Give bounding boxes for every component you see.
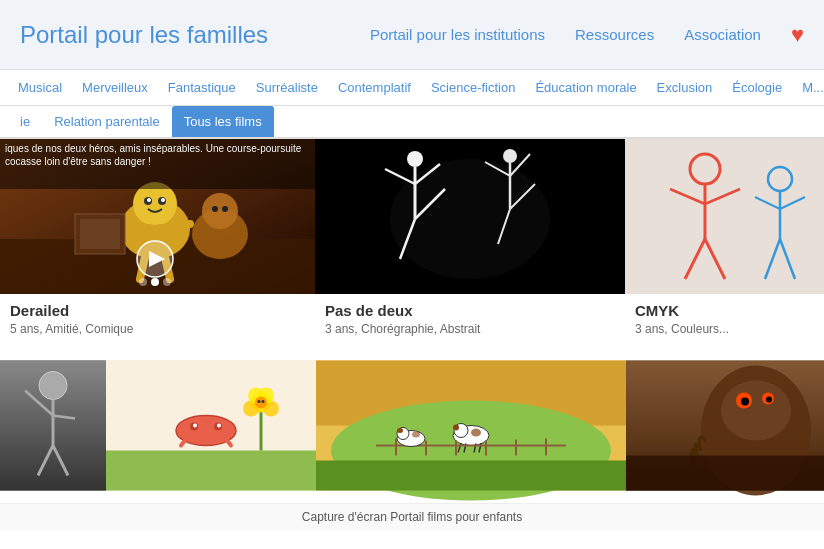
film-card-cmyk[interactable]: CMYK 3 ans, Couleurs...: [625, 139, 824, 348]
heart-icon[interactable]: ♥: [791, 22, 804, 48]
svg-rect-62: [106, 451, 316, 491]
svg-rect-39: [625, 139, 824, 294]
films-top-row: iques de nos deux héros, amis inséparabl…: [0, 139, 824, 348]
header-nav: Portail pour les institutions Ressources…: [308, 22, 804, 48]
svg-rect-82: [316, 461, 626, 491]
svg-point-16: [222, 206, 228, 212]
film-title-cmyk: CMYK: [635, 302, 814, 319]
film-thumb-5: [106, 348, 316, 503]
film-title-pasdedeux: Pas de deux: [325, 302, 615, 319]
cat-merveilleux[interactable]: Merveilleux: [72, 70, 158, 105]
svg-point-54: [39, 372, 67, 400]
film-thumb-derailed: iques de nos deux héros, amis inséparabl…: [0, 139, 315, 294]
subcat-relation[interactable]: Relation parentale: [42, 106, 172, 137]
screenshot-label: Capture d'écran Portail films pour enfan…: [0, 503, 824, 530]
film-card-5[interactable]: [106, 348, 316, 503]
svg-point-14: [202, 193, 238, 229]
film-info-cmyk: CMYK 3 ans, Couleurs...: [625, 294, 824, 348]
film-card-7[interactable]: [626, 348, 824, 503]
film-meta-pasdedeux: 3 ans, Chorégraphie, Abstrait: [325, 322, 615, 336]
svg-point-77: [258, 400, 261, 403]
film-card-derailed[interactable]: iques de nos deux héros, amis inséparabl…: [0, 139, 315, 348]
svg-point-7: [147, 198, 151, 202]
svg-point-90: [471, 429, 481, 437]
film-thumb-pasdedeux: [315, 139, 625, 294]
svg-point-15: [212, 206, 218, 212]
film-thumb-cmyk: [625, 139, 824, 294]
svg-point-8: [161, 198, 165, 202]
nav-ressources[interactable]: Ressources: [575, 26, 654, 43]
film-thumb-7: [626, 348, 824, 503]
films-bottom-row: [0, 348, 824, 503]
svg-line-10: [155, 224, 190, 229]
header: Portail pour les familles Portail pour l…: [0, 0, 824, 70]
film-card-4[interactable]: [0, 348, 106, 503]
sub-nav: ie Relation parentale Tous les films: [0, 106, 824, 139]
cat-contemplatif[interactable]: Contemplatif: [328, 70, 421, 105]
svg-point-26: [407, 151, 423, 167]
svg-point-67: [217, 424, 221, 428]
svg-point-32: [503, 149, 517, 163]
svg-point-23: [151, 278, 159, 286]
film-info-derailed: Derailed 5 ans, Amitié, Comique: [0, 294, 315, 348]
svg-point-105: [721, 381, 791, 441]
film-thumb-4: [0, 348, 106, 503]
film-card-pasdedeux[interactable]: Pas de deux 3 ans, Chorégraphie, Abstrai…: [315, 139, 625, 348]
svg-point-76: [255, 397, 267, 409]
svg-point-24: [163, 278, 171, 286]
svg-point-38: [390, 159, 550, 279]
svg-point-22: [139, 278, 147, 286]
svg-point-85: [453, 425, 459, 431]
film-meta-cmyk: 3 ans, Couleurs...: [635, 322, 814, 336]
film-info-pasdedeux: Pas de deux 3 ans, Chorégraphie, Abstrai…: [315, 294, 625, 348]
svg-rect-18: [80, 219, 120, 249]
subcat-tous[interactable]: Tous les films: [172, 106, 274, 137]
svg-rect-110: [626, 456, 824, 491]
cat-musical[interactable]: Musical: [8, 70, 72, 105]
cat-fantastique[interactable]: Fantastique: [158, 70, 246, 105]
cat-surrealiste[interactable]: Surréaliste: [246, 70, 328, 105]
film-card-6[interactable]: [316, 348, 626, 503]
svg-point-65: [193, 424, 197, 428]
site-title: Portail pour les familles: [20, 21, 268, 49]
nav-association[interactable]: Association: [684, 26, 761, 43]
svg-point-78: [262, 400, 265, 403]
cat-more[interactable]: M...: [792, 70, 824, 105]
film-title-derailed: Derailed: [10, 302, 305, 319]
svg-point-100: [397, 428, 403, 433]
subcat-ie[interactable]: ie: [8, 106, 42, 137]
film-thumb-6: [316, 348, 626, 503]
nav-institutions[interactable]: Portail pour les institutions: [370, 26, 545, 43]
film-meta-derailed: 5 ans, Amitié, Comique: [10, 322, 305, 336]
svg-point-101: [412, 432, 420, 438]
cat-ecologie[interactable]: Écologie: [722, 70, 792, 105]
category-nav: Musical Merveilleux Fantastique Surréali…: [0, 70, 824, 106]
cat-sciencefiction[interactable]: Science-fiction: [421, 70, 526, 105]
svg-point-109: [766, 397, 772, 403]
cat-education[interactable]: Éducation morale: [525, 70, 646, 105]
svg-point-108: [741, 398, 749, 406]
cat-exclusion[interactable]: Exclusion: [647, 70, 723, 105]
